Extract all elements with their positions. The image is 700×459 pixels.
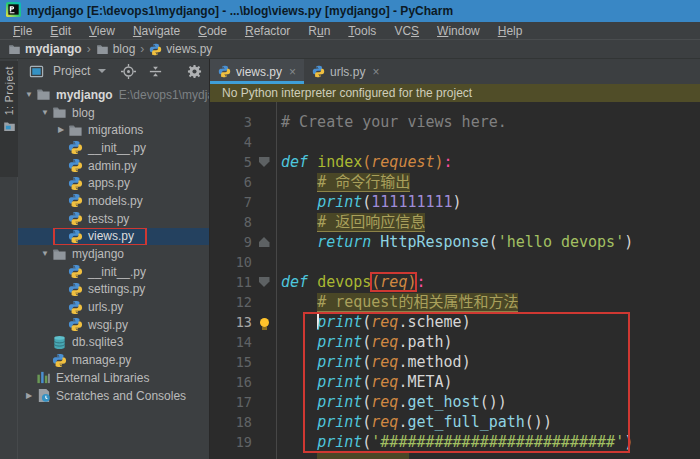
tree-item-db-sqlite3[interactable]: db.sqlite3 [18, 334, 209, 352]
line-number[interactable]: 5 [210, 152, 252, 172]
tree-item-init-py[interactable]: __init__.py [18, 139, 209, 157]
menu-tools[interactable]: Tools [339, 24, 385, 38]
tree-item-mydjango[interactable]: ▼mydjangoE:\devops1\mydjango [18, 86, 209, 104]
line-number[interactable]: 19 [210, 432, 252, 452]
menu-window[interactable]: Window [428, 24, 489, 38]
tree-item-admin-py[interactable]: admin.py [18, 157, 209, 175]
code-text[interactable]: # 命令行输出 [276, 172, 700, 192]
menu-help[interactable]: Help [489, 24, 532, 38]
code-text[interactable]: print(req.get_full_path()) [276, 412, 700, 432]
title-bar[interactable]: mydjango [E:\devops1\mydjango] - ...\blo… [0, 0, 700, 22]
chevron-down-icon[interactable]: ▼ [22, 91, 36, 99]
code-editor[interactable]: 3# Create your views here.45def index(re… [210, 102, 700, 459]
code-text[interactable]: print(req.META) [276, 372, 700, 392]
code-text[interactable]: print(111111111) [276, 192, 700, 212]
code-text[interactable] [276, 132, 700, 152]
breadcrumb-separator: › [140, 42, 144, 56]
tree-item-urls-py[interactable]: urls.py [18, 298, 209, 316]
tree-item-manage-py[interactable]: manage.py [18, 351, 209, 369]
chevron-right-icon[interactable]: ▶ [22, 392, 36, 400]
tree-item-init-py[interactable]: __init__.py [18, 263, 209, 281]
code-text[interactable]: print('##########################') [276, 432, 700, 452]
menu-edit[interactable]: Edit [41, 24, 80, 38]
line-number[interactable]: 17 [210, 392, 252, 412]
tree-item-apps-py[interactable]: apps.py [18, 174, 209, 192]
menu-view[interactable]: View [80, 24, 124, 38]
code-token [281, 453, 317, 459]
tree-item-wsgi-py[interactable]: wsgi.py [18, 316, 209, 334]
tree-item-models-py[interactable]: models.py [18, 192, 209, 210]
settings-icon[interactable] [187, 64, 202, 79]
tab-urls-py[interactable]: urls.py× [304, 59, 387, 84]
tab-views-py[interactable]: views.py× [210, 59, 304, 84]
chevron-down-icon[interactable]: ▼ [38, 109, 52, 117]
locate-icon[interactable] [121, 64, 136, 79]
line-number[interactable]: 16 [210, 372, 252, 392]
breadcrumb-mydjango[interactable]: mydjango [8, 42, 82, 56]
tree-item-scratches-and-consoles[interactable]: ▶Scratches and Consoles [18, 387, 209, 405]
breadcrumb-blog[interactable]: blog [96, 42, 136, 56]
lightbulb-icon[interactable] [260, 318, 269, 327]
close-icon[interactable]: × [289, 66, 296, 78]
line-number[interactable]: 18 [210, 412, 252, 432]
sidebar-tab-project[interactable]: 1: Project [0, 61, 18, 177]
code-text[interactable] [276, 452, 700, 459]
tree-item-label: models.py [88, 194, 143, 208]
breadcrumb-views-py[interactable]: views.py [149, 42, 212, 56]
gutter-cell [252, 112, 276, 132]
code-text[interactable]: # 返回响应信息 [276, 212, 700, 232]
code-text[interactable]: # request的相关属性和方法 [276, 292, 700, 312]
code-text[interactable]: print(req.method) [276, 352, 700, 372]
line-number[interactable]: 6 [210, 172, 252, 192]
code-text[interactable] [276, 252, 700, 272]
line-number[interactable]: 15 [210, 352, 252, 372]
line-number[interactable]: 11 [210, 272, 252, 292]
line-number[interactable]: 13 [210, 312, 252, 332]
menu-file[interactable]: File [4, 24, 41, 38]
line-number[interactable]: 8 [210, 212, 252, 232]
code-text[interactable]: return HttpResponse('hello devops') [276, 232, 700, 252]
collapse-all-icon[interactable] [148, 64, 163, 79]
tree-item-external-libraries[interactable]: External Libraries [18, 369, 209, 387]
line-number[interactable]: 9 [210, 232, 252, 252]
tree-item-settings-py[interactable]: settings.py [18, 281, 209, 299]
menu-vcs[interactable]: VCS [385, 24, 428, 38]
chevron-right-icon[interactable]: ▶ [54, 126, 68, 134]
chevron-down-icon[interactable]: ▼ [38, 250, 52, 258]
editor-area: views.py×urls.py× No Python interpreter … [210, 59, 700, 459]
code-text[interactable]: def index(request): [276, 152, 700, 172]
code-text[interactable]: print(req.get_host()) [276, 392, 700, 412]
code-token: ) [624, 433, 633, 451]
line-number[interactable]: 12 [210, 292, 252, 312]
line-number[interactable]: 3 [210, 112, 252, 132]
code-text[interactable]: def devops(req): [276, 272, 700, 292]
line-number[interactable]: 10 [210, 252, 252, 272]
tree-item-migrations[interactable]: ▶migrations [18, 121, 209, 139]
menu-code[interactable]: Code [189, 24, 236, 38]
menu-run[interactable]: Run [299, 24, 339, 38]
menu-navigate[interactable]: Navigate [124, 24, 189, 38]
fold-down-icon[interactable] [259, 277, 270, 287]
chevron-down-icon[interactable] [98, 69, 106, 73]
menu-refactor[interactable]: Refactor [236, 24, 299, 38]
tree-item-mydjango[interactable]: ▼mydjango [18, 245, 209, 263]
code-text[interactable]: print(req.scheme) [276, 312, 700, 332]
close-icon[interactable]: × [372, 66, 379, 78]
code-token: ( [362, 153, 371, 171]
tree-item-blog[interactable]: ▼blog [18, 104, 209, 122]
code-text[interactable]: print(req.path) [276, 332, 700, 352]
python-icon [52, 353, 67, 368]
code-text[interactable]: # Create your views here. [276, 112, 700, 132]
line-number[interactable]: 4 [210, 132, 252, 152]
gutter-cell [252, 192, 276, 212]
line-number[interactable] [210, 452, 252, 459]
tree-item-tests-py[interactable]: tests.py [18, 210, 209, 228]
project-panel-header: Project [18, 59, 209, 83]
line-number[interactable]: 7 [210, 192, 252, 212]
code-token: print [317, 413, 362, 431]
tree-item-views-py[interactable]: views.py [18, 228, 209, 246]
fold-down-icon[interactable] [259, 157, 270, 167]
line-number[interactable]: 14 [210, 332, 252, 352]
fold-up-icon[interactable] [259, 237, 270, 247]
tree-item-label: mydjango [72, 247, 124, 261]
